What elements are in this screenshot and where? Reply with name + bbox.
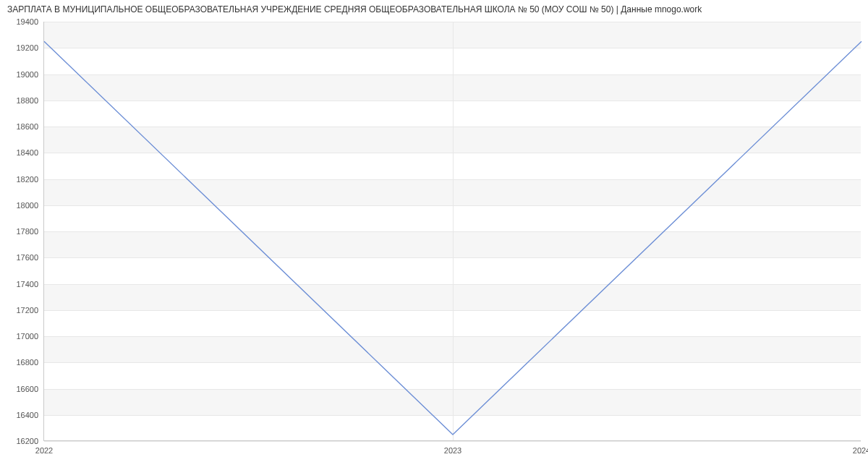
y-tick-label: 19000	[16, 70, 44, 79]
y-tick-label: 17000	[16, 332, 44, 341]
chart-title: ЗАРПЛАТА В МУНИЦИПАЛЬНОЕ ОБЩЕОБРАЗОВАТЕЛ…	[7, 4, 702, 14]
y-tick-label: 16600	[16, 385, 44, 393]
y-tick-label: 17200	[16, 306, 44, 315]
y-tick-label: 18400	[16, 148, 44, 157]
y-tick-label: 17800	[16, 227, 44, 236]
y-tick-label: 17400	[16, 280, 44, 289]
y-tick-label: 18000	[16, 201, 44, 210]
x-tick-label: 2023	[444, 440, 461, 455]
y-tick-label: 18800	[16, 96, 44, 105]
plot-area: 1620016400166001680017000172001740017600…	[43, 22, 861, 441]
y-tick-label: 16400	[16, 411, 44, 419]
y-tick-label: 19200	[16, 43, 44, 52]
line-series-svg	[44, 22, 861, 441]
y-tick-label: 18200	[16, 175, 44, 184]
chart-container: ЗАРПЛАТА В МУНИЦИПАЛЬНОЕ ОБЩЕОБРАЗОВАТЕЛ…	[0, 0, 868, 470]
x-tick-label: 2024	[853, 440, 868, 455]
y-tick-label: 16800	[16, 358, 44, 367]
series-line	[44, 41, 861, 435]
y-tick-label: 18600	[16, 122, 44, 131]
x-tick-label: 2022	[35, 440, 53, 455]
y-tick-label: 19400	[16, 17, 44, 26]
y-tick-label: 17600	[16, 253, 44, 262]
